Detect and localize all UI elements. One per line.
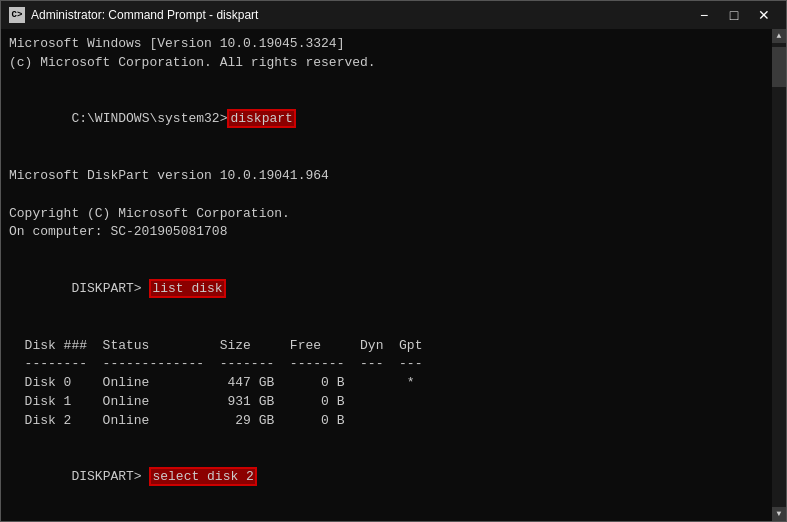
maximize-button[interactable]: □ [720,5,748,25]
title-bar: C> Administrator: Command Prompt - diskp… [1,1,786,29]
window-controls: − □ ✕ [690,5,778,25]
line-7 [9,186,762,205]
line-6: Microsoft DiskPart version 10.0.19041.96… [9,167,762,186]
line-8: Copyright (C) Microsoft Corporation. [9,205,762,224]
line-3 [9,73,762,92]
line-blank [9,431,762,450]
scrollbar-track[interactable] [772,43,786,507]
prompt-1: C:\WINDOWS\system32> [71,111,227,126]
line-14 [9,506,762,521]
title-bar-left: C> Administrator: Command Prompt - diskp… [9,7,258,23]
line-12 [9,318,762,337]
terminal-body[interactable]: Microsoft Windows [Version 10.0.19045.33… [1,29,786,521]
line-5 [9,148,762,167]
terminal-content: Microsoft Windows [Version 10.0.19045.33… [9,35,778,521]
line-13: DISKPART> select disk 2 [9,450,762,507]
line-4: C:\WINDOWS\system32>diskpart [9,92,762,149]
line-2: (c) Microsoft Corporation. All rights re… [9,54,762,73]
line-9: On computer: SC-201905081708 [9,223,762,242]
disk-0-row: Disk 0 Online 447 GB 0 B * [9,374,762,393]
line-1: Microsoft Windows [Version 10.0.19045.33… [9,35,762,54]
scroll-up-button[interactable]: ▲ [772,29,786,43]
scroll-down-button[interactable]: ▼ [772,507,786,521]
window: C> Administrator: Command Prompt - diskp… [0,0,787,522]
cmd-icon: C> [9,7,25,23]
scrollbar-thumb[interactable] [772,47,786,87]
cmd-list-disk: list disk [149,279,225,298]
prompt-3: DISKPART> [71,469,149,484]
table-sep: -------- ------------- ------- ------- -… [9,355,762,374]
line-10 [9,242,762,261]
line-11: DISKPART> list disk [9,261,762,318]
disk-1-row: Disk 1 Online 931 GB 0 B [9,393,762,412]
cmd-select-disk: select disk 2 [149,467,256,486]
prompt-2: DISKPART> [71,281,149,296]
minimize-button[interactable]: − [690,5,718,25]
cmd-diskpart: diskpart [227,109,295,128]
scrollbar[interactable]: ▲ ▼ [772,29,786,521]
disk-2-row: Disk 2 Online 29 GB 0 B [9,412,762,431]
window-title: Administrator: Command Prompt - diskpart [31,8,258,22]
close-button[interactable]: ✕ [750,5,778,25]
table-header: Disk ### Status Size Free Dyn Gpt [9,337,762,356]
